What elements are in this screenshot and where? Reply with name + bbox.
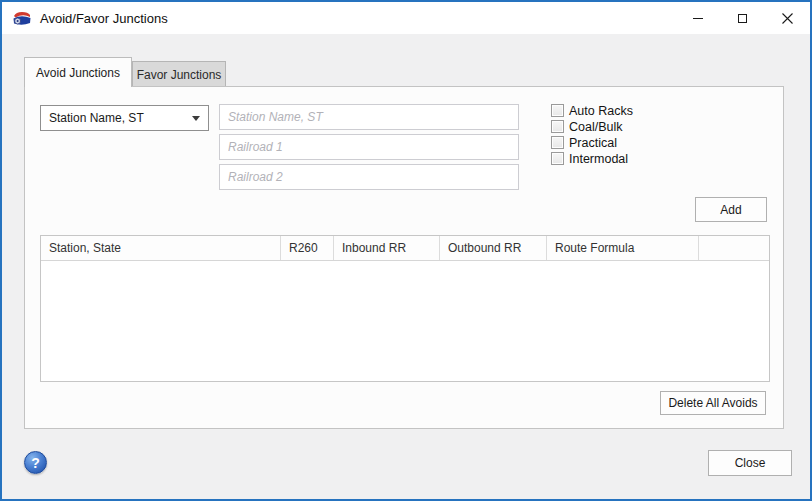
tab-favor-junctions-label: Favor Junctions	[137, 68, 222, 82]
add-button[interactable]: Add	[695, 197, 767, 222]
window-title: Avoid/Favor Junctions	[40, 11, 168, 26]
chevron-down-icon	[192, 116, 200, 121]
avoided-junctions-table[interactable]: Station, State R260 Inbound RR Outbound …	[40, 235, 770, 382]
maximize-icon	[738, 14, 747, 23]
traffic-type-checkbox-group: Auto Racks Coal/Bulk Practical Intermoda…	[551, 104, 633, 168]
column-header-station-state[interactable]: Station, State	[41, 236, 281, 260]
railroad-2-input[interactable]	[219, 164, 519, 190]
close-window-button[interactable]	[765, 2, 810, 34]
minimize-button[interactable]	[675, 2, 720, 34]
junction-lookup-selected-value: Station Name, ST	[49, 111, 144, 125]
app-logo-icon	[12, 11, 32, 26]
table-header-row: Station, State R260 Inbound RR Outbound …	[41, 236, 769, 261]
close-icon	[782, 13, 793, 24]
tab-avoid-junctions[interactable]: Avoid Junctions	[24, 57, 132, 87]
junction-lookup-dropdown[interactable]: Station Name, ST	[40, 105, 209, 131]
avoid-junctions-panel: Station Name, ST Auto Racks Coal/Bulk Pr…	[24, 86, 784, 429]
intermodal-label: Intermodal	[569, 152, 628, 166]
column-header-r260[interactable]: R260	[281, 236, 334, 260]
tab-avoid-junctions-label: Avoid Junctions	[36, 66, 120, 80]
coal-bulk-option[interactable]: Coal/Bulk	[551, 120, 633, 133]
coal-bulk-label: Coal/Bulk	[569, 120, 623, 134]
window-controls	[675, 2, 810, 34]
delete-all-avoids-button[interactable]: Delete All Avoids	[660, 391, 766, 415]
auto-racks-checkbox[interactable]	[551, 104, 564, 117]
close-button[interactable]: Close	[708, 450, 792, 476]
railroad-1-input[interactable]	[219, 134, 519, 160]
title-bar: Avoid/Favor Junctions	[2, 2, 810, 34]
auto-racks-label: Auto Racks	[569, 104, 633, 118]
column-header-outbound-rr[interactable]: Outbound RR	[440, 236, 547, 260]
avoid-favor-junctions-dialog: Avoid/Favor Junctions Avoid Junctions Fa…	[0, 0, 812, 501]
minimize-icon	[693, 18, 703, 19]
help-icon[interactable]: ?	[24, 451, 47, 474]
intermodal-option[interactable]: Intermodal	[551, 152, 633, 165]
tab-favor-junctions[interactable]: Favor Junctions	[132, 61, 226, 87]
column-header-empty	[699, 236, 769, 260]
maximize-button[interactable]	[720, 2, 765, 34]
auto-racks-option[interactable]: Auto Racks	[551, 104, 633, 117]
practical-checkbox[interactable]	[551, 136, 564, 149]
practical-option[interactable]: Practical	[551, 136, 633, 149]
coal-bulk-checkbox[interactable]	[551, 120, 564, 133]
column-header-route-formula[interactable]: Route Formula	[547, 236, 699, 260]
practical-label: Practical	[569, 136, 617, 150]
station-name-input[interactable]	[219, 104, 519, 130]
help-glyph: ?	[31, 455, 40, 471]
column-header-inbound-rr[interactable]: Inbound RR	[334, 236, 440, 260]
intermodal-checkbox[interactable]	[551, 152, 564, 165]
table-body-empty	[41, 261, 769, 381]
